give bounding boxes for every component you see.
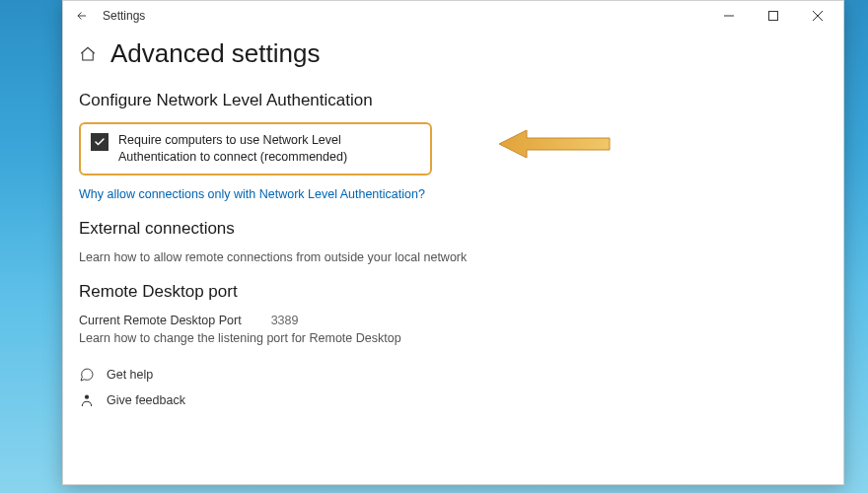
maximize-button[interactable] — [751, 1, 795, 31]
home-icon — [79, 45, 97, 63]
nla-checkbox-row[interactable]: Require computers to use Network Level A… — [79, 122, 432, 176]
svg-point-1 — [85, 394, 89, 398]
get-help-label: Get help — [107, 368, 153, 382]
nla-checkbox[interactable] — [91, 133, 108, 151]
window-title: Settings — [103, 9, 145, 23]
arrow-left-icon — [75, 9, 89, 23]
rdp-desc: Learn how to change the listening port f… — [79, 331, 828, 345]
svg-rect-0 — [768, 12, 777, 21]
feedback-icon — [79, 392, 95, 408]
settings-window: Settings Advanced settings Configure Net… — [62, 0, 844, 485]
page-title: Advanced settings — [110, 38, 320, 69]
maximize-icon — [768, 11, 778, 21]
rdp-port-value: 3389 — [271, 314, 299, 327]
home-button[interactable] — [79, 45, 97, 63]
minimize-icon — [724, 11, 734, 21]
feedback-label: Give feedback — [107, 393, 185, 407]
external-desc: Learn how to allow remote connections fr… — [79, 250, 828, 264]
nla-help-link[interactable]: Why allow connections only with Network … — [79, 187, 828, 201]
titlebar: Settings — [63, 1, 843, 31]
get-help-link[interactable]: Get help — [79, 367, 828, 383]
checkmark-icon — [94, 136, 106, 148]
rdp-port-row: Current Remote Desktop Port 3389 — [79, 314, 828, 327]
external-heading: External connections — [79, 219, 828, 239]
feedback-link[interactable]: Give feedback — [79, 392, 828, 408]
chat-help-icon — [79, 367, 95, 383]
nla-heading: Configure Network Level Authentication — [79, 91, 828, 110]
rdp-heading: Remote Desktop port — [79, 282, 828, 302]
nla-checkbox-label: Require computers to use Network Level A… — [118, 132, 420, 166]
footer-links: Get help Give feedback — [79, 367, 828, 408]
minimize-button[interactable] — [706, 1, 751, 31]
close-icon — [813, 11, 823, 21]
rdp-port-label: Current Remote Desktop Port — [79, 314, 242, 327]
back-button[interactable] — [73, 9, 91, 23]
close-button[interactable] — [795, 1, 839, 31]
page-header: Advanced settings — [79, 38, 828, 69]
content-area: Advanced settings Configure Network Leve… — [63, 31, 843, 418]
